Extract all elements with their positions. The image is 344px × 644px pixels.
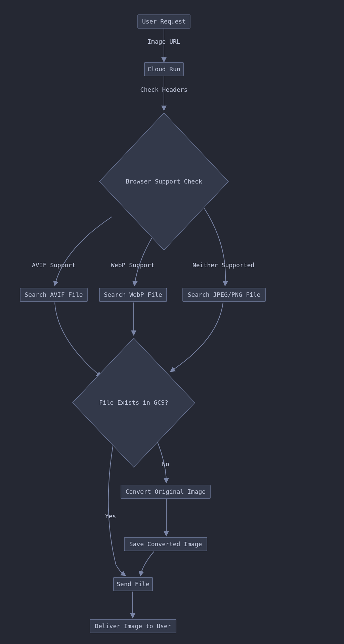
edge-save-to-send: [140, 552, 154, 575]
node-deliver-image-label: Deliver Image to User: [95, 622, 171, 630]
node-search-webp-label: Search WebP File: [104, 291, 162, 298]
edge-label-image-url: Image URL: [147, 38, 180, 45]
node-save-converted: Save Converted Image: [124, 537, 207, 551]
node-search-jpeg-png-label: Search JPEG/PNG File: [188, 291, 261, 298]
node-browser-support-check-label: Browser Support Check: [126, 178, 202, 185]
edge-label-webp-support: WebP Support: [111, 261, 155, 269]
node-search-avif-label: Search AVIF File: [25, 291, 83, 298]
node-browser-support-check: Browser Support Check: [99, 113, 228, 250]
node-deliver-image: Deliver Image to User: [90, 619, 176, 633]
node-send-file-label: Send File: [117, 580, 149, 588]
node-cloud-run-label: Cloud Run: [147, 66, 180, 73]
node-user-request: User Request: [138, 15, 190, 28]
node-file-exists-gcs: File Exists in GCS?: [73, 338, 195, 467]
edge-label-no: No: [162, 460, 169, 468]
node-search-avif: Search AVIF File: [20, 288, 87, 301]
edge-jpeg-to-exists: [171, 303, 223, 371]
edge-check-to-avif: [55, 217, 112, 285]
node-save-converted-label: Save Converted Image: [129, 540, 202, 548]
edge-label-yes: Yes: [105, 513, 116, 520]
edge-avif-to-exists: [55, 303, 101, 376]
node-send-file: Send File: [114, 577, 153, 591]
edges-group: Image URL Check Headers AVIF Support Web…: [32, 28, 254, 617]
edge-label-avif-support: AVIF Support: [32, 261, 76, 269]
node-cloud-run: Cloud Run: [144, 63, 183, 76]
node-convert-original-label: Convert Original Image: [126, 488, 206, 495]
flowchart-canvas: Image URL Check Headers AVIF Support Web…: [0, 0, 344, 644]
node-search-jpeg-png: Search JPEG/PNG File: [183, 288, 265, 301]
edge-label-check-headers: Check Headers: [140, 86, 188, 93]
node-user-request-label: User Request: [142, 18, 186, 25]
node-convert-original: Convert Original Image: [121, 485, 210, 498]
nodes-group: User Request Cloud Run Browser Support C…: [20, 15, 265, 633]
edge-check-to-jpeg: [200, 201, 225, 285]
edge-label-neither-supported: Neither Supported: [192, 261, 254, 269]
node-search-webp: Search WebP File: [99, 288, 167, 301]
node-file-exists-gcs-label: File Exists in GCS?: [99, 399, 168, 406]
